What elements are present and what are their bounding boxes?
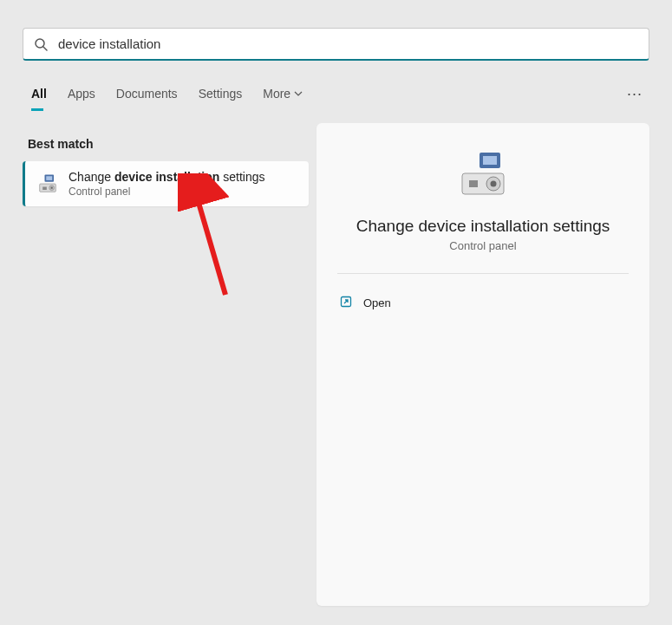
open-label: Open: [363, 296, 391, 309]
svg-line-1: [43, 47, 47, 50]
search-input[interactable]: [58, 36, 638, 51]
tab-more[interactable]: More: [263, 80, 315, 107]
tab-all[interactable]: All: [23, 80, 59, 107]
divider: [337, 273, 629, 274]
tab-label: Apps: [68, 87, 95, 101]
tab-label: Settings: [199, 87, 243, 101]
results-column: Best match Change device installation se…: [23, 128, 309, 206]
search-box[interactable]: [23, 28, 649, 61]
open-icon: [339, 295, 353, 311]
result-title-prefix: Change: [69, 170, 114, 184]
tab-documents[interactable]: Documents: [116, 80, 190, 107]
svg-rect-9: [483, 156, 497, 165]
more-options-button[interactable]: ···: [620, 81, 649, 107]
best-match-header: Best match: [28, 137, 303, 151]
svg-point-13: [491, 181, 497, 187]
detail-panel: Change device installation settings Cont…: [316, 123, 649, 606]
chevron-down-icon: [294, 87, 303, 101]
open-action[interactable]: Open: [337, 290, 629, 316]
tab-label: Documents: [116, 87, 178, 101]
tab-apps[interactable]: Apps: [68, 80, 108, 107]
svg-line-15: [195, 191, 225, 295]
svg-point-7: [51, 187, 53, 189]
svg-rect-5: [42, 187, 47, 191]
result-title: Change device installation settings: [69, 170, 264, 184]
result-subtitle: Control panel: [69, 186, 264, 198]
detail-subtitle: Control panel: [337, 239, 629, 252]
result-title-highlight: device installation: [114, 170, 219, 184]
svg-rect-3: [46, 176, 52, 180]
svg-rect-11: [469, 180, 478, 187]
detail-title: Change device installation settings: [337, 217, 629, 236]
device-installation-icon: [36, 172, 60, 196]
tab-label: More: [263, 87, 290, 101]
result-change-device-installation-settings[interactable]: Change device installation settings Cont…: [23, 161, 309, 206]
search-icon: [34, 37, 48, 51]
result-text: Change device installation settings Cont…: [69, 170, 264, 198]
tabs-row: All Apps Documents Settings More ···: [23, 76, 649, 111]
tab-settings[interactable]: Settings: [199, 80, 255, 107]
result-title-suffix: settings: [219, 170, 264, 184]
detail-icon: [337, 151, 629, 199]
tab-label: All: [31, 87, 47, 101]
